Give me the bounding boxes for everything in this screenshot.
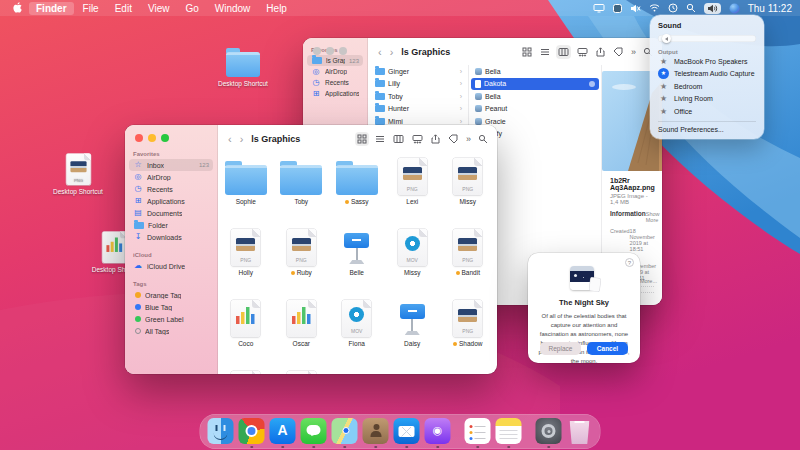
dock-chrome-icon[interactable]	[239, 418, 265, 444]
cancel-button[interactable]: Cancel	[587, 342, 628, 355]
tag-icon[interactable]	[448, 134, 458, 144]
forward-button[interactable]: ›	[240, 133, 244, 145]
window-controls[interactable]	[135, 134, 169, 142]
file-item[interactable]: PNGRuby	[274, 224, 330, 295]
file-item[interactable]: Daisy	[385, 295, 441, 366]
file-item[interactable]	[329, 366, 385, 374]
dock-settings-icon[interactable]	[536, 418, 562, 444]
grid-view-icon[interactable]	[355, 132, 369, 146]
sidebar-item-blue-tag[interactable]: Blue Tag	[129, 301, 213, 313]
column-item[interactable]: Toby›	[370, 90, 466, 103]
output-device[interactable]: ★Office	[658, 105, 756, 118]
file-item[interactable]: MOVMissy	[385, 224, 441, 295]
close-button[interactable]	[135, 134, 143, 142]
output-device[interactable]: ★MacBook Pro Speakers	[658, 55, 756, 68]
sidebar-item-applications[interactable]: ⊞ Applications	[129, 195, 213, 207]
desktop-icon-png[interactable]: PNG Desktop Shortcut	[52, 148, 104, 196]
file-item[interactable]	[274, 366, 330, 374]
dock-trash-icon[interactable]	[567, 418, 593, 444]
search-icon[interactable]	[686, 3, 696, 13]
dock-contacts-icon[interactable]	[363, 418, 389, 444]
menu-go[interactable]: Go	[178, 2, 205, 15]
dock-podcasts-icon[interactable]: ◉	[425, 418, 451, 444]
column-item[interactable]: Peanut	[471, 103, 599, 116]
menu-finder[interactable]: Finder	[29, 2, 74, 15]
dock-app-store-icon[interactable]: A	[270, 418, 296, 444]
more-toolbar-icon[interactable]: »	[631, 47, 635, 57]
display-icon[interactable]	[593, 3, 605, 13]
app-status-icon[interactable]	[613, 4, 622, 13]
output-device[interactable]: ★Living Room	[658, 93, 756, 106]
control-center-sound-icon[interactable]	[704, 3, 721, 14]
sidebar-item-applications[interactable]: ⊞ Applications	[307, 88, 363, 99]
file-item[interactable]: PNGLexi	[385, 153, 441, 224]
sidebar-item-all-tags[interactable]: All Tags	[129, 325, 213, 337]
grid-view-icon[interactable]	[522, 47, 532, 57]
file-item[interactable]: Sassy	[329, 153, 385, 224]
file-item[interactable]: PNGBandit	[440, 224, 496, 295]
dock-finder-icon[interactable]	[208, 418, 234, 444]
file-item[interactable]	[218, 366, 274, 374]
dock-mail-icon[interactable]	[394, 418, 420, 444]
dock-reminders-icon[interactable]	[465, 418, 491, 444]
file-item[interactable]: Belle	[329, 224, 385, 295]
menu-file[interactable]: File	[76, 2, 106, 15]
dock-messages-icon[interactable]	[301, 418, 327, 444]
window-controls[interactable]	[313, 47, 347, 55]
output-device[interactable]: ★Bedroom	[658, 80, 756, 93]
file-item[interactable]: Sophie	[218, 153, 274, 224]
column-item[interactable]: Bella	[471, 65, 599, 78]
replace-button[interactable]: Replace	[540, 342, 581, 355]
back-button[interactable]: ‹	[228, 133, 232, 145]
more-toolbar-icon[interactable]: »	[466, 134, 470, 144]
list-view-icon[interactable]	[540, 47, 550, 57]
file-item[interactable]: PNGMissy	[440, 153, 496, 224]
gallery-view-icon[interactable]	[577, 47, 588, 57]
share-icon[interactable]	[596, 47, 605, 57]
column-item[interactable]: Ginger›	[370, 65, 466, 78]
file-item[interactable]: Coco	[218, 295, 274, 366]
desktop-icon-folder[interactable]: Desktop Shortcut	[217, 52, 269, 88]
clock-status-icon[interactable]	[668, 3, 678, 13]
dock-maps-icon[interactable]	[332, 418, 358, 444]
minimize-button[interactable]	[326, 47, 334, 55]
sidebar-item-ls-graphics[interactable]: ls Graphics 123	[307, 55, 363, 66]
list-view-icon[interactable]	[375, 134, 385, 144]
menu-help[interactable]: Help	[259, 2, 294, 15]
sidebar-item-downloads[interactable]: ↧ Downloads	[129, 231, 213, 243]
forward-button[interactable]: ›	[390, 46, 394, 58]
sound-preferences-link[interactable]: Sound Preferences...	[658, 126, 756, 133]
zoom-button[interactable]	[339, 47, 347, 55]
file-item[interactable]: MOVFiona	[329, 295, 385, 366]
sidebar-item-folder[interactable]: Folder	[129, 219, 213, 231]
column-item[interactable]: Hunter›	[370, 103, 466, 116]
file-item[interactable]: Oscar	[274, 295, 330, 366]
sidebar-item-documents[interactable]: ▤ Documents	[129, 207, 213, 219]
sidebar-item-recents[interactable]: ◷ Recents	[129, 183, 213, 195]
sidebar-item-airdrop[interactable]: ◎ AirDrop	[129, 171, 213, 183]
finder-window-front[interactable]: Favorites ☆ Inbox 123 ◎ AirDrop ◷ Recent…	[125, 125, 497, 374]
volume-mute-icon[interactable]	[630, 4, 641, 13]
gallery-view-icon[interactable]	[412, 134, 423, 144]
menu-window[interactable]: Window	[208, 2, 258, 15]
close-button[interactable]	[313, 47, 321, 55]
volume-slider[interactable]	[658, 35, 756, 42]
sidebar-item-orange-tag[interactable]: Orange Tag	[129, 289, 213, 301]
sidebar-item-icloud-drive[interactable]: ☁ iCloud Drive	[129, 260, 213, 272]
show-more-link[interactable]: Show More	[646, 211, 660, 223]
zoom-button[interactable]	[161, 134, 169, 142]
apple-menu[interactable]	[8, 1, 27, 16]
file-item[interactable]: PNGHolly	[218, 224, 274, 295]
menu-clock[interactable]: Thu 11:22	[748, 3, 792, 14]
dock-notes-icon[interactable]	[496, 418, 522, 444]
column-view-icon[interactable]	[393, 134, 404, 144]
wifi-icon[interactable]	[649, 4, 660, 12]
back-button[interactable]: ‹	[378, 46, 382, 58]
menu-view[interactable]: View	[141, 2, 177, 15]
column-item-selected[interactable]: Dakota	[471, 78, 599, 91]
siri-icon[interactable]	[729, 3, 740, 14]
column-item[interactable]: Bella	[471, 90, 599, 103]
column-view-icon[interactable]	[556, 45, 571, 59]
help-button[interactable]: ?	[625, 258, 634, 267]
sidebar-item-inbox[interactable]: ☆ Inbox 123	[129, 159, 213, 171]
